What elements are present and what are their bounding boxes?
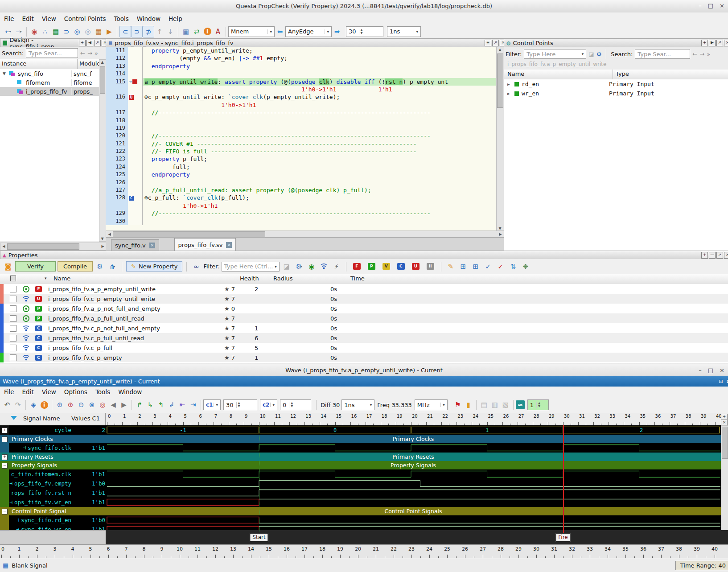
cp-search-input[interactable]: Type Sear... <box>635 49 690 59</box>
code-line-117[interactable]: 117 //----------------------------------… <box>106 109 496 116</box>
cp-btn-3[interactable]: × <box>724 40 728 46</box>
funnel-icon[interactable] <box>11 416 17 420</box>
edge-rise-any-icon[interactable]: ↰ <box>156 399 166 410</box>
properties-btn-0[interactable]: + <box>701 252 708 259</box>
row-checkbox[interactable] <box>10 354 16 361</box>
design-row-fifomem[interactable]: fifomemfifome <box>0 78 106 87</box>
expander-icon[interactable]: − <box>2 463 8 469</box>
row-checkbox[interactable] <box>10 315 16 322</box>
overview-ruler[interactable]: 0123456789101112131415161718192021222324… <box>0 544 728 558</box>
vacuous-badge[interactable]: V <box>383 263 390 270</box>
cursor2-time-input[interactable]: 0▲▼ <box>280 399 311 410</box>
tab-props_fifo_fv.sv[interactable]: props_fifo_fv.sv× <box>174 238 236 251</box>
uncovered-badge[interactable]: U <box>412 263 420 270</box>
zoom-full-icon[interactable]: ⊗ <box>86 399 97 410</box>
palette-icon[interactable]: ◈ <box>28 399 39 410</box>
diff-unit-select[interactable]: 1ns▾ <box>341 399 374 410</box>
info-icon[interactable]: i <box>202 26 213 37</box>
edge-next-icon[interactable]: ⇥ <box>188 399 198 410</box>
sort-caret-icon[interactable]: ▾ <box>45 276 47 280</box>
memory-icon[interactable]: ▦ <box>93 26 104 37</box>
wave-row-c_fifo.fifomem.clk[interactable]: ⊣c_fifo.fifomem.clk1'b1 <box>0 469 728 479</box>
wave-row-sync_fifo.wr_en[interactable]: ⊣sync_fifo.wr_en1'b1 <box>0 525 728 530</box>
zoom-in-icon[interactable]: ⊕ <box>54 399 65 410</box>
expander-icon[interactable]: − <box>2 509 8 514</box>
cp-gear-icon[interactable]: ⚙ <box>596 51 602 58</box>
cp-eraser-icon[interactable]: ◪ <box>588 51 594 58</box>
design-row-i_props_fifo_fv[interactable]: i_props_fifo_fvprops_ <box>0 87 106 96</box>
property-row-7[interactable]: Ci_props_fifo_fv.c_p_empty★ 710s <box>4 353 728 362</box>
design-col-instance[interactable]: Instance <box>0 59 78 69</box>
tab-close-icon[interactable]: × <box>226 242 232 248</box>
undo-icon[interactable]: ↶ <box>2 399 12 410</box>
check-icon[interactable]: ✓ <box>483 261 494 272</box>
cp-row-wr_en[interactable]: ▶wr_enPrimary Input <box>504 89 728 98</box>
mnem-select[interactable]: Mnem▾ <box>228 26 275 37</box>
chip-icon[interactable]: ▣ <box>181 26 191 37</box>
bookmark-icon[interactable]: ▮ <box>463 399 474 410</box>
start-marker-label[interactable]: Start <box>250 533 268 542</box>
code-line-126[interactable]: 126 <box>106 179 496 186</box>
code-line-119[interactable]: 119 <box>106 124 496 132</box>
tree-icon[interactable]: ⋔▾ <box>107 261 118 272</box>
wave-row-sync_fifo.rd_en[interactable]: ⊣sync_fifo.rd_en1'b0 <box>0 515 728 525</box>
wave-row-Property Signals[interactable]: −Property SignalsProperty Signals <box>0 461 728 469</box>
code-line-112[interactable]: 112 (empty && wr_en) |-> ##1 empty; <box>106 54 496 62</box>
fire-marker-label[interactable]: Fire <box>555 533 570 542</box>
zoom-cursor-icon[interactable]: ⊕ <box>65 399 76 410</box>
menu-file[interactable]: File <box>0 15 18 22</box>
doc-run-icon[interactable]: ▶ <box>104 26 115 37</box>
code-line-128[interactable]: 128C⊕c_p_full: `cover_clk(p_full); <box>106 194 496 202</box>
design-vscrollbar[interactable]: ▲▼ <box>99 59 106 242</box>
property-row-6[interactable]: Ci_props_fifo_fv.c_p_full★ 750s <box>4 343 728 353</box>
nav-back-icon[interactable]: ←▾ <box>3 26 13 37</box>
wave-menu-view[interactable]: View <box>38 388 60 395</box>
editor-btn-1[interactable]: ↗ <box>492 40 499 46</box>
wave-col-values[interactable]: Values C1 <box>71 415 100 422</box>
zoom-range-icon[interactable]: ◎ <box>97 399 108 410</box>
code-line-118[interactable]: 118 <box>106 117 496 124</box>
pencil2-icon[interactable]: ✎ <box>445 261 456 272</box>
gate-cut-icon[interactable]: ⊅ <box>143 26 154 37</box>
runner-icon[interactable]: ⚡ <box>331 261 342 272</box>
gate-left-icon[interactable]: ⊂ <box>119 26 131 37</box>
cp-col-type[interactable]: Type <box>613 70 632 79</box>
minimize-icon[interactable]: – <box>699 2 702 9</box>
wave-time-ruler[interactable]: 0123456789101112131415161718192021222324… <box>106 413 721 425</box>
maximize-icon[interactable]: □ <box>708 2 713 9</box>
font-check-icon[interactable]: A <box>213 26 223 37</box>
editor-btn-0[interactable]: + <box>485 40 491 46</box>
cursor1-time-input[interactable]: 30▲▼ <box>223 399 257 410</box>
next-page-icon[interactable]: ▶ <box>119 399 129 410</box>
design-search-next-icon[interactable]: → <box>87 50 92 57</box>
code-line-121[interactable]: 121 //- COVER #1 -----------------------… <box>106 140 496 148</box>
arrow-up-icon[interactable]: ↑ <box>154 26 165 37</box>
remove-icon[interactable]: ▧ <box>500 399 511 410</box>
row-checkbox[interactable] <box>10 325 16 332</box>
design-btn-1[interactable]: ◀ <box>86 40 93 46</box>
menu-help[interactable]: Help <box>165 15 186 22</box>
wave-menu-tools[interactable]: Tools <box>91 388 114 395</box>
find-schematic-icon[interactable]: ◎ <box>72 26 82 37</box>
code-line-124[interactable]: 124 full; <box>106 163 496 171</box>
wave-menu-file[interactable]: File <box>0 388 18 395</box>
wave-row-ops_fifo_fv.empty[interactable]: ⊣ops_fifo_fv.empty1'b0 <box>0 479 728 488</box>
lock-icon[interactable]: ◙ <box>3 261 13 272</box>
new-property-button[interactable]: ✎New Property <box>126 261 182 272</box>
code-line-130[interactable]: 130 <box>106 218 496 225</box>
prev-page-icon[interactable]: ◀ <box>108 399 119 410</box>
matrix-icon[interactable]: ⊞ <box>458 261 469 272</box>
wave-close-icon[interactable]: × <box>720 367 724 374</box>
target-icon[interactable]: ◉ <box>306 261 317 272</box>
tab-sync_fifo.v[interactable]: sync_fifo.v× <box>111 239 159 251</box>
cp-btn-2[interactable]: ↗ <box>716 40 723 46</box>
design-btn-0[interactable]: + <box>79 40 86 46</box>
settings-icon[interactable]: ⚙ <box>95 261 105 272</box>
code-editor[interactable]: 111 property p_empty_until_write;112 (em… <box>106 47 496 230</box>
prop-col-health[interactable]: Health <box>240 275 259 282</box>
cursor1-button[interactable]: c1▾ <box>203 399 221 410</box>
code-line-125[interactable]: 125 endproperty <box>106 171 496 178</box>
design-col-module[interactable]: Module <box>78 59 102 69</box>
wave-row-Primary Clocks[interactable]: −Primary ClocksPrimary Clocks <box>0 435 728 443</box>
edge-select[interactable]: AnyEdge▾ <box>285 26 332 37</box>
